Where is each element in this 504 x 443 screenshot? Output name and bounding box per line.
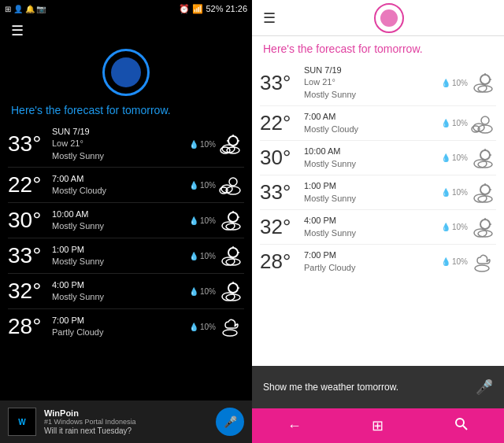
weather-row: 32° 4:00 PM Mostly Sunny 💧 10% — [8, 274, 244, 309]
cloudy-svg-right — [469, 113, 495, 135]
weather-icon — [468, 113, 496, 135]
weather-description: 10:00 AM Mostly Sunny — [304, 146, 438, 170]
sun-cloud-svg — [217, 209, 243, 231]
sun-cloud-svg-right — [469, 216, 495, 238]
cortana-logo-right — [374, 3, 404, 33]
drop-icon: 💧 — [189, 140, 198, 149]
precipitation: 💧 10% — [438, 257, 468, 266]
precipitation: 💧 10% — [186, 140, 216, 149]
bottom-title: WinPoin — [44, 408, 208, 418]
weather-icon — [216, 245, 244, 267]
svg-point-37 — [480, 150, 490, 160]
sun-cloud-svg-right — [469, 72, 495, 94]
drop-icon: 💧 — [189, 216, 198, 225]
precipitation: 💧 10% — [186, 287, 216, 296]
ticker-text: Will it rain next Tuesday? — [44, 426, 208, 435]
precipitation: 💧 10% — [186, 216, 216, 225]
temperature: 33° — [8, 243, 52, 268]
sun-cloud-svg-right — [469, 147, 495, 169]
drop-icon: 💧 — [189, 181, 198, 190]
svg-point-33 — [481, 116, 489, 124]
weather-row: 33° SUN 7/19 Low 21° Mostly Sunny 💧 10% — [260, 60, 496, 106]
weather-description: 1:00 PM Mostly Sunny — [304, 180, 438, 205]
mic-icon-right[interactable]: 🎤 — [476, 378, 493, 396]
weather-description: 7:00 AM Mostly Cloudy — [304, 111, 438, 135]
sun-cloud-svg — [217, 245, 243, 267]
svg-point-47 — [480, 220, 490, 229]
wifi-icon: 📶 — [192, 4, 203, 14]
weather-icon — [216, 316, 244, 338]
cortana-inner-right — [380, 9, 398, 27]
sun-cloud-svg — [217, 133, 243, 155]
weather-icon — [468, 251, 496, 273]
precipitation: 💧 10% — [438, 79, 468, 87]
partly-cloudy-svg — [217, 316, 243, 338]
bottom-input-bar: 🎤 — [252, 366, 504, 408]
status-right: ⏰ 📶 52% 21:26 — [179, 4, 247, 14]
svg-point-27 — [223, 330, 237, 336]
weather-row: 22° 7:00 AM Mostly Cloudy 💧 10% — [8, 168, 244, 203]
cortana-logo-area — [0, 42, 252, 101]
bottom-text-area: WinPoin #1 Windows Portal Indonesia Will… — [44, 408, 208, 435]
battery-text: 52% — [206, 4, 223, 13]
temperature: 33° — [260, 71, 304, 95]
precipitation: 💧 10% — [186, 252, 216, 260]
drop-icon: 💧 — [441, 119, 450, 127]
back-button[interactable]: ← — [272, 412, 317, 441]
temperature: 33° — [8, 131, 52, 157]
temperature: 28° — [8, 314, 52, 339]
weather-description: 7:00 AM Mostly Cloudy — [52, 173, 186, 198]
alarm-icon: ⏰ — [179, 4, 190, 14]
bottom-subtitle: #1 Windows Portal Indonesia — [44, 418, 208, 426]
svg-point-12 — [228, 212, 238, 222]
svg-line-54 — [463, 426, 467, 430]
precipitation: 💧 10% — [438, 119, 468, 127]
weather-description: SUN 7/19 Low 21° Mostly Sunny — [304, 65, 438, 101]
home-button[interactable]: ⊞ — [356, 411, 399, 441]
cloudy-svg — [217, 174, 243, 196]
weather-description: 1:00 PM Mostly Sunny — [52, 244, 186, 268]
bottom-bar-left: W WinPoin #1 Windows Portal Indonesia Wi… — [0, 401, 252, 443]
precipitation: 💧 10% — [438, 223, 468, 231]
svg-point-7 — [227, 147, 239, 153]
sun-cloud-svg — [217, 280, 243, 302]
hamburger-menu-icon[interactable]: ☰ — [11, 22, 24, 39]
weather-icon — [468, 182, 496, 204]
weather-row: 32° 4:00 PM Mostly Sunny 💧 10% — [260, 210, 496, 245]
weather-icon — [468, 216, 496, 238]
temperature: 22° — [8, 172, 52, 198]
sun-cloud-svg-right — [469, 182, 495, 204]
cortana-circle — [102, 49, 150, 96]
drop-icon: 💧 — [189, 252, 198, 260]
right-panel: ☰ Here's the forecast for tomorrow. 33° … — [252, 0, 504, 443]
drop-icon: 💧 — [189, 323, 198, 331]
hamburger-menu-icon-right[interactable]: ☰ — [263, 9, 276, 27]
temperature: 32° — [8, 279, 52, 304]
weather-row: 33° 1:00 PM Mostly Sunny 💧 10% — [260, 175, 496, 210]
temperature: 33° — [260, 180, 304, 205]
forecast-title-left: Here's the forecast for tomorrow. — [0, 101, 252, 121]
weather-row: 30° 10:00 AM Mostly Sunny 💧 10% — [260, 141, 496, 175]
svg-point-22 — [228, 283, 238, 293]
drop-icon: 💧 — [441, 153, 450, 162]
weather-row: 30° 10:00 AM Mostly Sunny 💧 10% — [8, 203, 244, 238]
forecast-title-right: Here's the forecast for tomorrow. — [252, 36, 504, 60]
weather-list-right: 33° SUN 7/19 Low 21° Mostly Sunny 💧 10% — [252, 60, 504, 366]
cortana-circle-right — [374, 3, 404, 33]
temperature: 22° — [260, 111, 304, 135]
svg-point-28 — [480, 75, 490, 84]
weather-row: 28° 7:00 PM Partly Cloudy 💧 10% — [8, 309, 244, 344]
status-icon-apps: ⊞ 👤 🔔 📷 — [5, 5, 46, 13]
drop-icon: 💧 — [441, 257, 450, 266]
temperature: 32° — [260, 215, 304, 239]
mic-button-left[interactable]: 🎤 — [216, 408, 244, 436]
temperature: 30° — [8, 208, 52, 233]
mic-icon: 🎤 — [224, 415, 237, 428]
weather-query-input[interactable] — [263, 382, 469, 393]
svg-point-8 — [229, 178, 237, 186]
winpoin-logo: W — [8, 408, 36, 436]
search-button[interactable] — [439, 411, 484, 441]
svg-point-0 — [228, 136, 238, 146]
search-icon — [454, 417, 469, 431]
weather-list-left: 33° SUN 7/19 Low 21° Mostly Sunny 💧 10% — [0, 121, 252, 401]
